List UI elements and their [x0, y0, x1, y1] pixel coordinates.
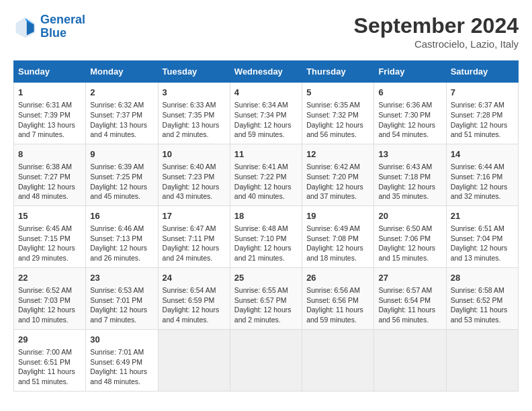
- day-info-line: and 4 minutes.: [90, 130, 153, 140]
- day-info-line: Daylight: 12 hours: [163, 182, 226, 192]
- day-info-line: Sunset: 7:06 PM: [378, 234, 441, 244]
- day-info-line: Daylight: 12 hours: [451, 243, 514, 253]
- day-info-line: Sunset: 7:22 PM: [234, 172, 298, 182]
- day-number: 27: [378, 272, 441, 284]
- day-number: 10: [163, 148, 226, 161]
- calendar-week-row: 29Sunrise: 7:00 AMSunset: 6:51 PMDayligh…: [14, 329, 519, 391]
- day-info-line: and 24 minutes.: [163, 253, 226, 263]
- calendar-cell: [230, 329, 302, 391]
- page-header: General Blue September 2024 Castrocielo,…: [13, 13, 519, 50]
- day-info-line: Sunset: 6:51 PM: [18, 357, 81, 367]
- day-info-line: and 7 minutes.: [90, 315, 153, 325]
- day-info-line: and 13 minutes.: [451, 253, 514, 263]
- calendar-cell: 21Sunrise: 6:51 AMSunset: 7:04 PMDayligh…: [446, 205, 518, 267]
- logo: General Blue: [13, 13, 85, 40]
- day-info-line: and 48 minutes.: [18, 191, 81, 201]
- day-info-line: Daylight: 12 hours: [18, 182, 81, 192]
- day-info-line: and 26 minutes.: [90, 253, 153, 263]
- day-info-line: and 2 minutes.: [163, 130, 226, 140]
- calendar-cell: 4Sunrise: 6:34 AMSunset: 7:34 PMDaylight…: [230, 83, 302, 144]
- day-number: 26: [306, 272, 369, 284]
- day-info-line: Daylight: 12 hours: [306, 120, 369, 130]
- day-info-line: and 7 minutes.: [18, 130, 81, 140]
- day-info-line: Sunset: 7:03 PM: [18, 295, 81, 306]
- day-info-line: Sunrise: 6:35 AM: [306, 100, 369, 110]
- calendar-header-row: Sunday Monday Tuesday Wednesday Thursday…: [14, 61, 519, 83]
- day-info-line: Sunset: 7:15 PM: [18, 234, 81, 244]
- day-info-line: Sunset: 6:56 PM: [306, 295, 369, 306]
- calendar-cell: 8Sunrise: 6:38 AMSunset: 7:27 PMDaylight…: [14, 144, 86, 205]
- day-number: 17: [163, 210, 226, 222]
- day-info-line: and 15 minutes.: [378, 253, 441, 263]
- day-info-line: Daylight: 13 hours: [163, 120, 226, 130]
- day-number: 6: [378, 87, 441, 99]
- day-info-line: Daylight: 12 hours: [378, 120, 441, 130]
- calendar-cell: 15Sunrise: 6:45 AMSunset: 7:15 PMDayligh…: [14, 205, 86, 267]
- calendar-cell: 13Sunrise: 6:43 AMSunset: 7:18 PMDayligh…: [374, 144, 446, 205]
- day-number: 22: [18, 272, 81, 284]
- calendar-cell: 29Sunrise: 7:00 AMSunset: 6:51 PMDayligh…: [14, 329, 86, 391]
- day-info-line: Daylight: 12 hours: [18, 305, 81, 315]
- calendar-cell: 25Sunrise: 6:55 AMSunset: 6:57 PMDayligh…: [230, 267, 302, 329]
- day-info-line: Sunset: 7:27 PM: [18, 172, 81, 182]
- calendar-week-row: 8Sunrise: 6:38 AMSunset: 7:27 PMDaylight…: [14, 144, 519, 205]
- day-info-line: Daylight: 11 hours: [18, 367, 81, 377]
- day-info-line: Daylight: 12 hours: [18, 243, 81, 253]
- calendar-cell: 12Sunrise: 6:42 AMSunset: 7:20 PMDayligh…: [302, 144, 374, 205]
- calendar-cell: 19Sunrise: 6:49 AMSunset: 7:08 PMDayligh…: [302, 205, 374, 267]
- day-info-line: Sunset: 6:57 PM: [234, 295, 298, 306]
- day-info-line: Sunset: 7:04 PM: [451, 234, 514, 244]
- day-info-line: Sunrise: 6:44 AM: [451, 162, 514, 172]
- day-info-line: Sunrise: 6:36 AM: [378, 100, 441, 110]
- calendar-cell: 10Sunrise: 6:40 AMSunset: 7:23 PMDayligh…: [158, 144, 230, 205]
- calendar-cell: 17Sunrise: 6:47 AMSunset: 7:11 PMDayligh…: [158, 205, 230, 267]
- day-info-line: Daylight: 12 hours: [234, 305, 298, 315]
- day-number: 9: [90, 148, 153, 161]
- day-info-line: and 48 minutes.: [90, 377, 153, 387]
- calendar-cell: 20Sunrise: 6:50 AMSunset: 7:06 PMDayligh…: [374, 205, 446, 267]
- day-info-line: and 21 minutes.: [234, 253, 298, 263]
- calendar-cell: 16Sunrise: 6:46 AMSunset: 7:13 PMDayligh…: [86, 205, 158, 267]
- day-number: 12: [306, 148, 369, 161]
- day-info-line: Daylight: 12 hours: [163, 243, 226, 253]
- day-info-line: and 59 minutes.: [234, 130, 298, 140]
- day-number: 1: [18, 87, 81, 99]
- day-info-line: Sunrise: 6:52 AM: [18, 285, 81, 295]
- day-info-line: and 51 minutes.: [451, 130, 514, 140]
- day-info-line: and 32 minutes.: [451, 191, 514, 201]
- day-info-line: Sunset: 7:18 PM: [378, 172, 441, 182]
- day-info-line: Sunset: 7:39 PM: [18, 110, 81, 120]
- day-info-line: and 29 minutes.: [18, 253, 81, 263]
- day-info-line: and 51 minutes.: [18, 377, 81, 387]
- calendar-cell: 6Sunrise: 6:36 AMSunset: 7:30 PMDaylight…: [374, 83, 446, 144]
- calendar-cell: 11Sunrise: 6:41 AMSunset: 7:22 PMDayligh…: [230, 144, 302, 205]
- day-info-line: Sunrise: 6:49 AM: [306, 224, 369, 234]
- day-info-line: Sunrise: 6:45 AM: [18, 224, 81, 234]
- calendar-cell: 3Sunrise: 6:33 AMSunset: 7:35 PMDaylight…: [158, 83, 230, 144]
- day-number: 19: [306, 210, 369, 222]
- day-info-line: Sunset: 7:35 PM: [163, 110, 226, 120]
- day-info-line: Sunrise: 6:50 AM: [378, 224, 441, 234]
- calendar-cell: [158, 329, 230, 391]
- day-info-line: Daylight: 12 hours: [90, 305, 153, 315]
- day-info-line: and 18 minutes.: [306, 253, 369, 263]
- calendar-cell: 7Sunrise: 6:37 AMSunset: 7:28 PMDaylight…: [446, 83, 518, 144]
- day-number: 21: [451, 210, 514, 222]
- day-info-line: Sunset: 7:32 PM: [306, 110, 369, 120]
- calendar-cell: 2Sunrise: 6:32 AMSunset: 7:37 PMDaylight…: [86, 83, 158, 144]
- day-info-line: Daylight: 13 hours: [90, 120, 153, 130]
- calendar-cell: 18Sunrise: 6:48 AMSunset: 7:10 PMDayligh…: [230, 205, 302, 267]
- day-info-line: Sunrise: 6:53 AM: [90, 285, 153, 295]
- day-info-line: Sunrise: 6:54 AM: [163, 285, 226, 295]
- day-info-line: Sunset: 7:25 PM: [90, 172, 153, 182]
- day-info-line: Sunrise: 6:55 AM: [234, 285, 298, 295]
- day-info-line: Sunrise: 6:58 AM: [451, 285, 514, 295]
- day-info-line: and 4 minutes.: [163, 315, 226, 325]
- header-monday: Monday: [86, 61, 158, 83]
- day-info-line: Daylight: 12 hours: [234, 182, 298, 192]
- header-thursday: Thursday: [302, 61, 374, 83]
- day-info-line: Sunrise: 6:47 AM: [163, 224, 226, 234]
- calendar-cell: 24Sunrise: 6:54 AMSunset: 6:59 PMDayligh…: [158, 267, 230, 329]
- day-info-line: Sunset: 7:10 PM: [234, 234, 298, 244]
- day-number: 14: [451, 148, 514, 161]
